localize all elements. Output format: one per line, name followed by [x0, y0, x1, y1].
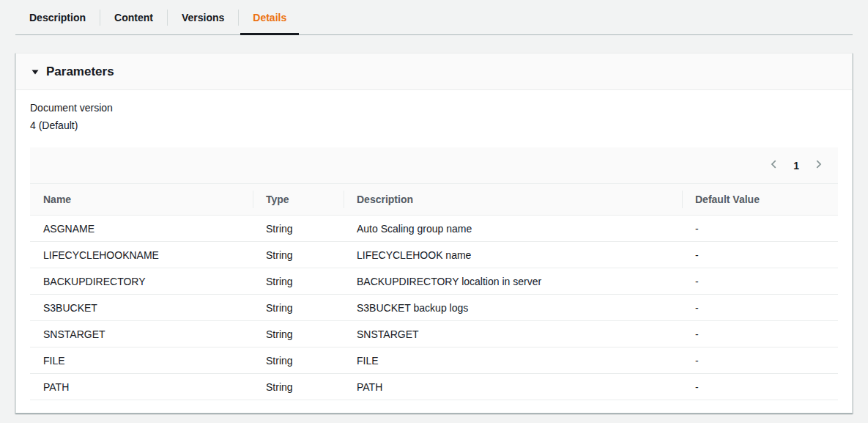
tab-description[interactable]: Description	[15, 0, 100, 34]
param-default-cell: -	[682, 355, 838, 367]
column-header-name: Name	[30, 184, 253, 215]
column-header-type: Type	[253, 184, 344, 215]
previous-page-button[interactable]	[768, 158, 781, 173]
param-description-cell: BACKUPDIRECTORY localtion in server	[344, 276, 682, 287]
param-name-cell: S3BUCKET	[30, 302, 253, 314]
column-header-default-value: Default Value	[682, 184, 838, 215]
param-type-cell: String	[253, 249, 344, 261]
param-type-cell: String	[253, 302, 344, 314]
parameters-section-header[interactable]: Parameters	[16, 54, 852, 90]
table-row: ASGNAME String Auto Scaling group name -	[30, 216, 838, 242]
param-description-cell: SNSTARGET	[344, 328, 682, 340]
document-version-value: 4 (Default)	[30, 118, 838, 133]
table-row: FILE String FILE -	[30, 347, 838, 374]
parameters-panel: Parameters Document version 4 (Default) …	[15, 53, 853, 413]
tab-bar: Description Content Versions Details	[15, 0, 853, 35]
param-name-cell: BACKUPDIRECTORY	[30, 276, 253, 287]
tab-description-label: Description	[29, 12, 86, 23]
pagination: 1	[768, 158, 825, 173]
param-description-cell: FILE	[344, 355, 682, 367]
table-row: LIFECYCLEHOOKNAME String LIFECYCLEHOOK n…	[30, 242, 838, 268]
table-header-row: Name Type Description Default Value	[30, 184, 838, 216]
param-type-cell: String	[253, 381, 344, 393]
table-row: SNSTARGET String SNSTARGET -	[30, 321, 838, 347]
param-type-cell: String	[253, 276, 344, 287]
next-page-button[interactable]	[812, 158, 825, 173]
param-default-cell: -	[682, 302, 838, 314]
param-description-cell: LIFECYCLEHOOK name	[344, 249, 682, 261]
table-row: S3BUCKET String S3BUCKET backup logs -	[30, 295, 838, 321]
param-description-cell: PATH	[344, 381, 682, 393]
param-type-cell: String	[253, 355, 344, 367]
param-description-cell: S3BUCKET backup logs	[344, 302, 682, 314]
param-name-cell: FILE	[30, 355, 253, 367]
tab-content-label: Content	[114, 12, 153, 23]
param-default-cell: -	[682, 381, 838, 393]
tab-details[interactable]: Details	[239, 0, 300, 34]
param-name-cell: SNSTARGET	[30, 328, 253, 340]
caret-down-icon	[31, 67, 40, 76]
param-default-cell: -	[682, 223, 838, 235]
tab-content[interactable]: Content	[100, 0, 167, 34]
chevron-right-icon	[813, 159, 823, 172]
param-name-cell: LIFECYCLEHOOKNAME	[30, 249, 253, 261]
tab-versions[interactable]: Versions	[168, 0, 238, 34]
param-name-cell: PATH	[30, 381, 253, 393]
parameters-table: 1 Name Type Description Default Value AS…	[30, 147, 838, 400]
tab-versions-label: Versions	[182, 12, 224, 23]
panel-title: Parameters	[46, 65, 114, 79]
current-page-number[interactable]: 1	[792, 160, 801, 172]
param-default-cell: -	[682, 276, 838, 287]
param-type-cell: String	[253, 328, 344, 340]
param-type-cell: String	[253, 223, 344, 235]
table-row: PATH String PATH -	[30, 374, 838, 400]
table-toolbar: 1	[30, 147, 838, 184]
column-header-description: Description	[344, 184, 682, 215]
param-default-cell: -	[682, 249, 838, 261]
panel-body: Document version 4 (Default) 1	[16, 90, 852, 413]
chevron-left-icon	[769, 159, 779, 172]
table-row: BACKUPDIRECTORY String BACKUPDIRECTORY l…	[30, 268, 838, 295]
document-version-label: Document version	[30, 100, 838, 115]
param-default-cell: -	[682, 328, 838, 340]
param-description-cell: Auto Scaling group name	[344, 223, 682, 235]
tab-details-label: Details	[253, 12, 286, 23]
param-name-cell: ASGNAME	[30, 223, 253, 235]
